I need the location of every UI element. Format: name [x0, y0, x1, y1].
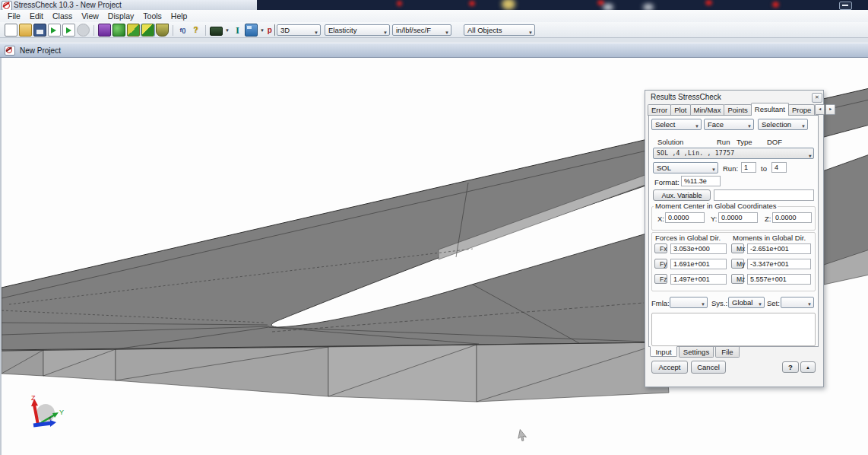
mx-button[interactable]: Mx — [731, 243, 744, 253]
help-tool-icon[interactable]: ? — [190, 24, 201, 36]
model-viewport[interactable]: Z Y x Results StressCheck ✕ Error Plot M… — [0, 58, 868, 455]
fy-button[interactable]: Fy — [654, 259, 667, 269]
moment-x-input[interactable] — [665, 212, 705, 223]
mz-button[interactable]: Mz — [731, 274, 744, 284]
model-front-face — [2, 350, 43, 376]
aux-variable-button[interactable]: Aux. Variable — [653, 189, 711, 201]
green-tool-icon[interactable] — [112, 24, 125, 37]
menu-tools[interactable]: Tools — [138, 11, 166, 21]
entity-value: Face — [708, 120, 724, 129]
blue-folder-tool-icon[interactable] — [245, 24, 258, 37]
entity-combo[interactable]: Face — [704, 119, 754, 130]
tab-points[interactable]: Points — [724, 104, 751, 116]
model-front-face — [116, 347, 328, 396]
bottom-tab-settings[interactable]: Settings — [679, 347, 714, 358]
x-axis-label: x — [49, 415, 52, 421]
to-label: to — [761, 164, 767, 173]
fz-button[interactable]: Fz — [654, 274, 667, 284]
theory-combo[interactable]: Elasticity — [325, 24, 390, 36]
select-mode-value: Select — [655, 120, 675, 129]
menu-class[interactable]: Class — [48, 11, 77, 21]
set-label: Set: — [767, 299, 780, 307]
my-button[interactable]: My — [731, 259, 744, 269]
shield-tool-icon[interactable] — [156, 24, 169, 37]
window-title: StressCheck 10.3 - New Project — [14, 1, 122, 9]
minimize-button[interactable] — [839, 2, 852, 10]
fmla-combo[interactable] — [670, 297, 708, 308]
sys-combo[interactable]: Global — [728, 297, 765, 308]
mz-input[interactable] — [747, 274, 811, 285]
dropdown-arrow-icon[interactable]: ▼ — [260, 28, 265, 33]
menu-display[interactable]: Display — [103, 11, 138, 21]
run-to-input[interactable] — [771, 162, 787, 173]
fz-input[interactable] — [670, 274, 727, 285]
run-header: Run — [717, 138, 730, 146]
moments-title: Moments in Global Dir. — [731, 234, 807, 242]
help-button[interactable]: ? — [782, 361, 799, 373]
accept-button[interactable]: Accept — [651, 361, 688, 374]
moment-z-input[interactable] — [772, 212, 812, 223]
solution-combo[interactable]: SOL ,4 ,Lin. , 17757 — [653, 148, 814, 159]
dialog-empty-list — [651, 313, 816, 346]
plane-tool-icon[interactable] — [274, 24, 275, 37]
function-tool-icon[interactable]: f() — [177, 24, 188, 36]
display-tool-icon-selected[interactable] — [141, 24, 154, 37]
run-from-input[interactable] — [741, 162, 756, 173]
bottom-tab-file[interactable]: File — [715, 347, 740, 358]
sol-name-combo[interactable]: SOL — [653, 162, 718, 173]
mesh-tool-icon[interactable] — [127, 24, 140, 37]
tab-minmax[interactable]: Min/Max — [690, 104, 725, 116]
parameter-tool-icon[interactable]: p — [267, 24, 273, 36]
tab-scroll-right-icon[interactable]: ► — [825, 104, 835, 115]
set-combo[interactable] — [781, 297, 814, 308]
export-icon[interactable] — [62, 24, 75, 37]
menu-view[interactable]: View — [77, 11, 103, 21]
menu-file[interactable]: File — [3, 11, 25, 21]
dropdown-arrow-icon[interactable]: ▼ — [225, 28, 230, 33]
moment-y-input[interactable] — [718, 212, 758, 223]
project-window-titlebar[interactable]: New Project — [0, 43, 868, 58]
import-icon[interactable] — [48, 24, 61, 37]
ibeam-tool-icon[interactable]: I — [232, 24, 243, 36]
bottom-tab-input[interactable]: Input — [650, 346, 677, 357]
menu-help[interactable]: Help — [166, 11, 192, 21]
overlay-blob — [502, 0, 515, 10]
open-folder-icon[interactable] — [19, 24, 32, 37]
tab-plot[interactable]: Plot — [670, 104, 690, 116]
tab-scroll-left-icon[interactable]: ◄ — [815, 104, 825, 115]
fx-button[interactable]: Fx — [654, 243, 667, 253]
tab-properties[interactable]: Prope — [788, 104, 815, 116]
format-input[interactable] — [681, 176, 721, 186]
overlay-blob — [705, 0, 712, 5]
main-toolbar: f() ? ▼ I ▼ p ▼ ▼ 3D Elasticity in/lbf/s… — [0, 22, 868, 38]
new-document-icon[interactable] — [5, 24, 17, 37]
purple-tool-icon[interactable] — [98, 24, 111, 37]
save-icon[interactable] — [33, 24, 46, 37]
fx-input[interactable] — [670, 243, 727, 254]
results-dialog[interactable]: Results StressCheck ✕ Error Plot Min/Max… — [645, 90, 824, 387]
dialog-close-button[interactable]: ✕ — [812, 93, 822, 103]
tab-error[interactable]: Error — [648, 104, 671, 116]
collapse-button-icon[interactable]: ▲ — [800, 361, 816, 373]
moment-center-title: Moment Center in Global Coordinates — [654, 202, 778, 210]
format-label: Format: — [654, 178, 680, 186]
tab-resultant[interactable]: Resultant — [751, 103, 789, 116]
z-axis-icon — [34, 405, 38, 425]
mx-input[interactable] — [747, 243, 811, 254]
menu-edit[interactable]: Edit — [25, 11, 48, 21]
method-combo[interactable]: Selection — [758, 119, 808, 130]
model-front-face — [43, 349, 116, 380]
fy-input[interactable] — [670, 259, 727, 269]
dimension-combo[interactable]: 3D — [277, 24, 321, 36]
units-combo[interactable]: in/lbf/sec/F — [392, 24, 451, 36]
aux-variable-input[interactable] — [714, 189, 814, 201]
project-title: New Project — [20, 46, 61, 55]
y-axis-label: Y — [59, 409, 64, 416]
toolbar-separator — [93, 25, 94, 36]
overlay-blob — [397, 1, 402, 6]
cancel-button[interactable]: Cancel — [691, 361, 726, 374]
my-input[interactable] — [747, 259, 811, 269]
select-mode-combo[interactable]: Select — [651, 119, 702, 130]
objects-combo[interactable]: All Objects — [464, 24, 535, 36]
geometry-combo-icon[interactable] — [210, 27, 223, 36]
